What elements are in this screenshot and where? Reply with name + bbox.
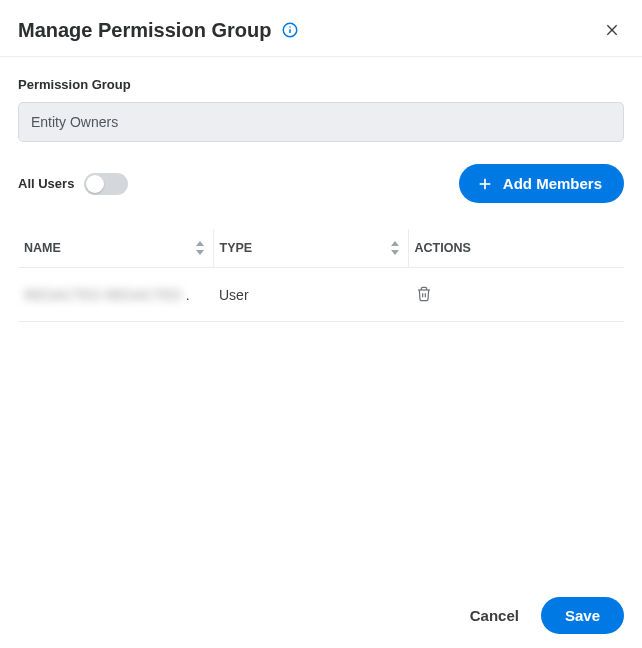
members-table: NAME TYPE — [18, 229, 624, 322]
info-icon[interactable] — [281, 21, 299, 39]
svg-marker-10 — [391, 250, 399, 255]
form-section: Permission Group All Users Add Members — [0, 57, 642, 203]
cell-type: User — [213, 268, 408, 322]
dialog-footer: Cancel Save — [470, 597, 624, 634]
trash-icon — [416, 286, 432, 302]
add-members-button[interactable]: Add Members — [459, 164, 624, 203]
svg-marker-9 — [391, 241, 399, 246]
table-row: REDACTED REDACTED . User — [18, 268, 624, 322]
all-users-toggle[interactable] — [84, 173, 128, 195]
dialog-title: Manage Permission Group — [18, 19, 271, 42]
column-header-type-label: TYPE — [220, 241, 253, 255]
column-header-actions-label: ACTIONS — [415, 241, 471, 255]
member-name: REDACTED REDACTED — [24, 287, 182, 303]
toggle-knob — [86, 175, 104, 193]
column-header-type[interactable]: TYPE — [213, 229, 408, 268]
all-users-label: All Users — [18, 176, 74, 191]
sort-icon — [195, 241, 205, 255]
column-header-name-label: NAME — [24, 241, 61, 255]
plus-icon — [477, 176, 493, 192]
toggle-row: All Users Add Members — [18, 164, 624, 203]
close-icon — [604, 22, 620, 38]
add-members-label: Add Members — [503, 175, 602, 192]
close-button[interactable] — [600, 18, 624, 42]
dialog-header: Manage Permission Group — [0, 0, 642, 57]
permission-group-input[interactable] — [18, 102, 624, 142]
delete-row-button[interactable] — [414, 284, 434, 304]
permission-group-label: Permission Group — [18, 77, 624, 92]
cell-name: REDACTED REDACTED . — [18, 268, 213, 322]
svg-point-2 — [290, 26, 292, 28]
column-header-actions: ACTIONS — [408, 229, 624, 268]
cell-actions — [408, 268, 624, 322]
members-table-wrap: NAME TYPE — [0, 203, 642, 322]
sort-icon — [390, 241, 400, 255]
cancel-button[interactable]: Cancel — [470, 607, 519, 624]
svg-marker-7 — [196, 241, 204, 246]
column-header-name[interactable]: NAME — [18, 229, 213, 268]
svg-marker-8 — [196, 250, 204, 255]
save-button[interactable]: Save — [541, 597, 624, 634]
